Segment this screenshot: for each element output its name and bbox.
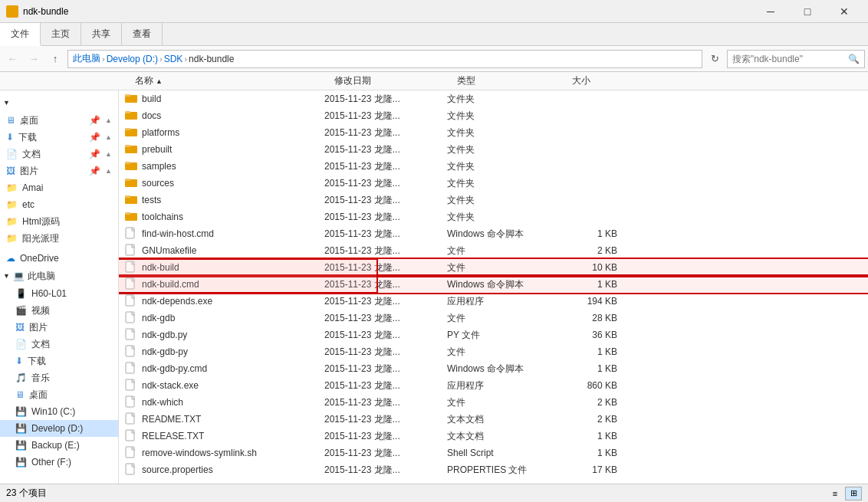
device-icon: 📱 xyxy=(15,288,27,299)
file-name-text: prebuilt xyxy=(142,144,172,155)
arrow-icon-docs[interactable]: ▲ xyxy=(105,150,112,158)
arrow-icon-dl[interactable]: ▲ xyxy=(105,133,112,141)
sidebar-item-onedrive[interactable]: ☁ OneDrive xyxy=(0,250,118,267)
sidebar-item-win10[interactable]: 💾 Win10 (C:) xyxy=(0,403,118,420)
file-size-cell: 1 KB xyxy=(562,431,623,441)
file-name-text: sources xyxy=(142,178,174,189)
table-row[interactable]: sources 2015-11-23 龙隆... 文件夹 xyxy=(119,175,868,192)
ribbon-tab-view[interactable]: 查看 xyxy=(122,23,163,45)
detail-view-button[interactable]: ⊞ xyxy=(845,487,862,500)
ribbon-tab-home[interactable]: 主页 xyxy=(41,23,81,45)
file-date-cell: 2015-11-23 龙隆... xyxy=(324,346,447,359)
sidebar-item-desktop1[interactable]: 🖥 桌面 📌 ▲ xyxy=(0,112,118,129)
arrow-icon-desktop[interactable]: ▲ xyxy=(105,116,112,124)
table-row[interactable]: ndk-build.cmd 2015-11-23 龙隆... Windows 命… xyxy=(119,276,868,293)
file-name-cell: tests xyxy=(125,193,324,208)
file-name-cell: ndk-stack.exe xyxy=(125,379,324,393)
forward-button[interactable]: → xyxy=(25,50,43,68)
arrow-icon-pics[interactable]: ▲ xyxy=(105,167,112,175)
sidebar-item-amai[interactable]: 📁 Amai xyxy=(0,179,118,196)
pics2-icon: 🖼 xyxy=(15,322,25,333)
folder-icon xyxy=(125,109,137,123)
sidebar-item-other[interactable]: 💾 Other (F:) xyxy=(0,454,118,471)
table-row[interactable]: tests 2015-11-23 龙隆... 文件夹 xyxy=(119,192,868,208)
table-row[interactable]: ndk-stack.exe 2015-11-23 龙隆... 应用程序 860 … xyxy=(119,377,868,394)
table-row[interactable]: RELEASE.TXT 2015-11-23 龙隆... 文本文档 1 KB xyxy=(119,428,868,445)
sidebar-item-backup[interactable]: 💾 Backup (E:) xyxy=(0,437,118,454)
sidebar-item-desktop2[interactable]: 🖥 桌面 xyxy=(0,386,118,403)
sidebar-item-pics2[interactable]: 🖼 图片 xyxy=(0,319,118,336)
breadcrumb-develop[interactable]: Develop (D:) xyxy=(107,54,158,64)
file-date-cell: 2015-11-23 龙隆... xyxy=(324,278,447,291)
file-date-cell: 2015-11-23 龙隆... xyxy=(324,126,447,139)
table-row[interactable]: docs 2015-11-23 龙隆... 文件夹 xyxy=(119,107,868,124)
file-name-cell: find-win-host.cmd xyxy=(125,227,324,241)
sidebar-item-downloads1[interactable]: ⬇ 下载 📌 ▲ xyxy=(0,129,118,146)
col-header-size[interactable]: 大小 xyxy=(566,72,627,90)
address-path[interactable]: 此电脑 › Develop (D:) › SDK › ndk-bundle xyxy=(67,50,702,68)
quick-access-header[interactable]: ▼ xyxy=(0,94,118,112)
table-row[interactable]: ndk-gdb 2015-11-23 龙隆... 文件 28 KB xyxy=(119,310,868,326)
breadcrumb-sdk[interactable]: SDK xyxy=(164,54,183,64)
file-name-text: ndk-gdb-py xyxy=(142,346,188,357)
table-row[interactable]: ndk-build 2015-11-23 龙隆... 文件 10 KB xyxy=(119,259,868,276)
file-date-cell: 2015-11-23 龙隆... xyxy=(324,211,447,224)
list-view-button[interactable]: ≡ xyxy=(827,487,843,500)
file-type-cell: 文件 xyxy=(447,396,562,409)
table-row[interactable]: ndk-gdb-py 2015-11-23 龙隆... 文件 1 KB xyxy=(119,343,868,360)
ribbon-tab-share[interactable]: 共享 xyxy=(81,23,122,45)
breadcrumb-computer[interactable]: 此电脑 xyxy=(73,52,100,65)
chevron-right-icon: ▼ xyxy=(3,272,10,280)
sidebar-item-develop[interactable]: 💾 Develop (D:) xyxy=(0,420,118,437)
folder-icon xyxy=(125,210,137,225)
sidebar-item-videos[interactable]: 🎬 视频 xyxy=(0,302,118,319)
table-row[interactable]: GNUmakefile 2015-11-23 龙隆... 文件 2 KB xyxy=(119,242,868,259)
pin-icon-docs: 📌 xyxy=(89,149,100,159)
table-row[interactable]: ndk-depends.exe 2015-11-23 龙隆... 应用程序 19… xyxy=(119,293,868,310)
sidebar-item-pics1[interactable]: 🖼 图片 📌 ▲ xyxy=(0,162,118,179)
search-input[interactable] xyxy=(732,54,848,64)
file-name-cell: ndk-gdb.py xyxy=(125,328,324,343)
file-type-cell: 文件夹 xyxy=(447,211,562,224)
table-row[interactable]: build 2015-11-23 龙隆... 文件夹 xyxy=(119,90,868,107)
sidebar-item-docs2[interactable]: 📄 文档 xyxy=(0,336,118,353)
minimize-button[interactable]: ─ xyxy=(753,0,788,23)
col-header-name[interactable]: 名称 ▲ xyxy=(129,72,328,90)
table-row[interactable]: find-win-host.cmd 2015-11-23 龙隆... Windo… xyxy=(119,225,868,242)
refresh-button[interactable]: ↻ xyxy=(705,50,724,68)
sidebar-item-yangguang[interactable]: 📁 阳光派理 xyxy=(0,230,118,247)
col-header-type[interactable]: 类型 xyxy=(451,72,566,90)
sidebar-item-music[interactable]: 🎵 音乐 xyxy=(0,369,118,386)
music-icon: 🎵 xyxy=(15,372,27,383)
file-icon xyxy=(125,311,137,326)
sidebar-item-docs1[interactable]: 📄 文档 📌 ▲ xyxy=(0,146,118,162)
file-icon xyxy=(125,345,137,359)
table-row[interactable]: samples 2015-11-23 龙隆... 文件夹 xyxy=(119,158,868,175)
table-row[interactable]: remove-windows-symlink.sh 2015-11-23 龙隆.… xyxy=(119,445,868,461)
table-row[interactable]: ndk-which 2015-11-23 龙隆... 文件 2 KB xyxy=(119,394,868,411)
table-row[interactable]: ndk-gdb.py 2015-11-23 龙隆... PY 文件 36 KB xyxy=(119,326,868,343)
col-header-date[interactable]: 修改日期 xyxy=(328,72,451,90)
table-row[interactable]: source.properties 2015-11-23 龙隆... PROPE… xyxy=(119,461,868,478)
sidebar-item-etc[interactable]: 📁 etc xyxy=(0,196,118,213)
back-button[interactable]: ← xyxy=(3,50,21,68)
sidebar-item-html[interactable]: 📁 Html源码 xyxy=(0,213,118,230)
svg-rect-3 xyxy=(125,111,130,113)
close-button[interactable]: ✕ xyxy=(827,0,862,23)
maximize-button[interactable]: □ xyxy=(790,0,825,23)
ribbon-tab-file[interactable]: 文件 xyxy=(0,23,41,46)
dl2-icon: ⬇ xyxy=(15,356,23,366)
sidebar-item-downloads2[interactable]: ⬇ 下载 xyxy=(0,353,118,369)
file-date-cell: 2015-11-23 龙隆... xyxy=(324,396,447,409)
table-row[interactable]: ndk-gdb-py.cmd 2015-11-23 龙隆... Windows … xyxy=(119,360,868,377)
up-button[interactable]: ↑ xyxy=(46,50,64,68)
sidebar-item-h60[interactable]: 📱 H60-L01 xyxy=(0,285,118,302)
this-pc-header[interactable]: ▼ 💻 此电脑 xyxy=(0,267,118,285)
table-row[interactable]: platforms 2015-11-23 龙隆... 文件夹 xyxy=(119,124,868,141)
file-date-cell: 2015-11-23 龙隆... xyxy=(324,228,447,241)
table-row[interactable]: README.TXT 2015-11-23 龙隆... 文本文档 2 KB xyxy=(119,411,868,428)
file-list: build 2015-11-23 龙隆... 文件夹 docs 2015-11-… xyxy=(119,90,868,478)
table-row[interactable]: toolchains 2015-11-23 龙隆... 文件夹 xyxy=(119,208,868,225)
table-row[interactable]: prebuilt 2015-11-23 龙隆... 文件夹 xyxy=(119,141,868,158)
chevron-down-icon: ▼ xyxy=(3,99,10,107)
